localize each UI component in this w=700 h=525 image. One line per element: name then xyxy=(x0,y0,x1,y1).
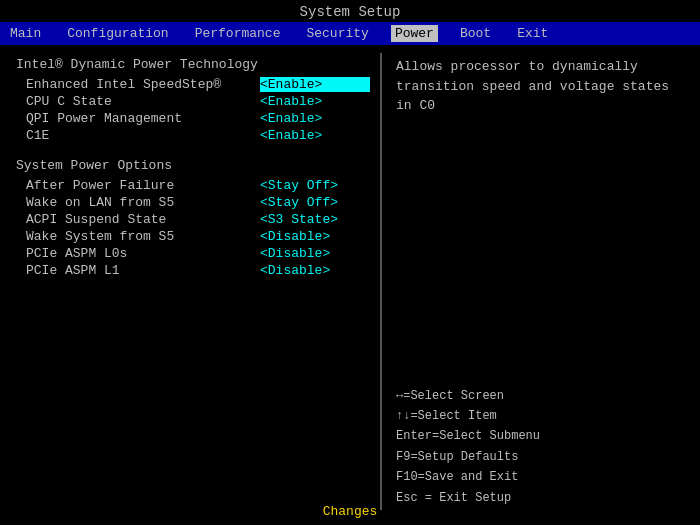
setting-row[interactable]: Enhanced Intel SpeedStep®<Enable> xyxy=(16,76,370,93)
right-panel: Allows processor to dynamically transiti… xyxy=(382,45,700,518)
setting-label: C1E xyxy=(26,128,49,143)
main-content: Intel® Dynamic Power TechnologyEnhanced … xyxy=(0,45,700,518)
setting-label: Wake System from S5 xyxy=(26,229,174,244)
setting-value[interactable]: <Enable> xyxy=(260,94,370,109)
key-help-item: F10=Save and Exit xyxy=(396,467,690,487)
page-title: System Setup xyxy=(300,4,401,20)
setting-group-1: System Power OptionsAfter Power Failure<… xyxy=(16,158,370,279)
setting-row[interactable]: PCIe ASPM L0s<Disable> xyxy=(16,245,370,262)
setting-label: PCIe ASPM L0s xyxy=(26,246,127,261)
setting-row[interactable]: ACPI Suspend State<S3 State> xyxy=(16,211,370,228)
setting-label: ACPI Suspend State xyxy=(26,212,166,227)
setting-label: Enhanced Intel SpeedStep® xyxy=(26,77,221,92)
status-text: Changes xyxy=(323,504,378,519)
setting-value[interactable]: <Disable> xyxy=(260,263,370,278)
setting-row[interactable]: C1E<Enable> xyxy=(16,127,370,144)
key-help: ↔=Select Screen↑↓=Select ItemEnter=Selec… xyxy=(396,386,690,508)
setting-row[interactable]: CPU C State<Enable> xyxy=(16,93,370,110)
setting-row[interactable]: PCIe ASPM L1<Disable> xyxy=(16,262,370,279)
setting-value[interactable]: <S3 State> xyxy=(260,212,370,227)
setting-value[interactable]: <Enable> xyxy=(260,128,370,143)
setting-value[interactable]: <Enable> xyxy=(260,111,370,126)
section-header-0: Intel® Dynamic Power Technology xyxy=(16,57,370,72)
setting-label: After Power Failure xyxy=(26,178,174,193)
setting-row[interactable]: QPI Power Management<Enable> xyxy=(16,110,370,127)
menu-item-performance[interactable]: Performance xyxy=(191,25,285,42)
key-help-item: ↑↓=Select Item xyxy=(396,406,690,426)
setting-label: PCIe ASPM L1 xyxy=(26,263,120,278)
setting-group-0: Intel® Dynamic Power TechnologyEnhanced … xyxy=(16,57,370,144)
setting-value[interactable]: <Stay Off> xyxy=(260,178,370,193)
key-help-item: Enter=Select Submenu xyxy=(396,426,690,446)
menu-item-boot[interactable]: Boot xyxy=(456,25,495,42)
setting-label: Wake on LAN from S5 xyxy=(26,195,174,210)
menu-item-exit[interactable]: Exit xyxy=(513,25,552,42)
setting-row[interactable]: Wake System from S5<Disable> xyxy=(16,228,370,245)
status-bar: Changes xyxy=(0,504,700,519)
key-help-item: F9=Setup Defaults xyxy=(396,447,690,467)
setting-value[interactable]: <Disable> xyxy=(260,229,370,244)
setting-row[interactable]: Wake on LAN from S5<Stay Off> xyxy=(16,194,370,211)
left-panel: Intel® Dynamic Power TechnologyEnhanced … xyxy=(0,45,380,518)
setting-value[interactable]: <Stay Off> xyxy=(260,195,370,210)
menu-item-power[interactable]: Power xyxy=(391,25,438,42)
help-text: Allows processor to dynamically transiti… xyxy=(396,57,690,116)
setting-value[interactable]: <Disable> xyxy=(260,246,370,261)
key-help-item: ↔=Select Screen xyxy=(396,386,690,406)
section-header-1: System Power Options xyxy=(16,158,370,173)
menu-item-configuration[interactable]: Configuration xyxy=(63,25,172,42)
setting-label: QPI Power Management xyxy=(26,111,182,126)
setting-row[interactable]: After Power Failure<Stay Off> xyxy=(16,177,370,194)
setting-value[interactable]: <Enable> xyxy=(260,77,370,92)
title-bar: System Setup xyxy=(0,0,700,22)
menu-item-main[interactable]: Main xyxy=(6,25,45,42)
menu-bar: MainConfigurationPerformanceSecurityPowe… xyxy=(0,22,700,45)
setting-label: CPU C State xyxy=(26,94,112,109)
menu-item-security[interactable]: Security xyxy=(302,25,372,42)
